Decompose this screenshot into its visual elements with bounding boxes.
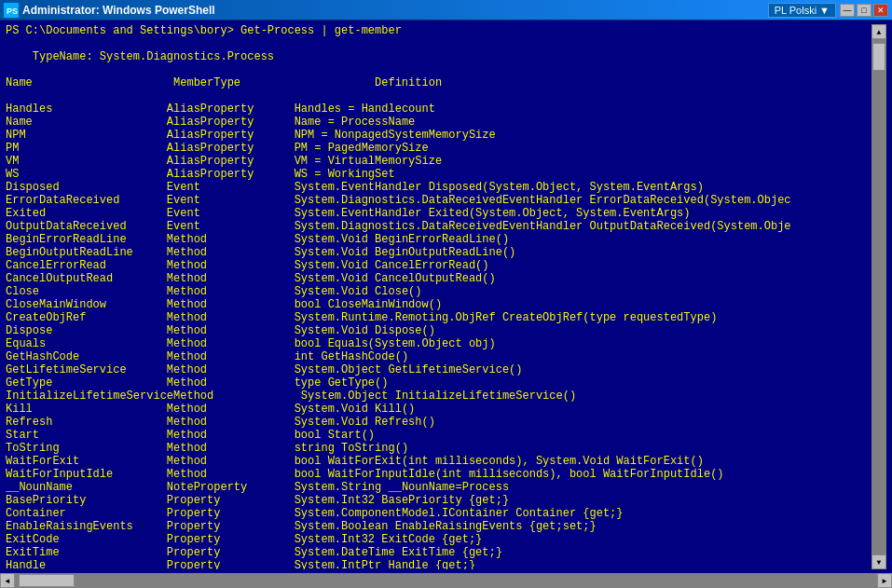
language-selector[interactable]: PL Polski ▼ — [768, 3, 836, 18]
scroll-track-h[interactable] — [15, 573, 877, 588]
maximize-button[interactable]: □ — [857, 4, 871, 17]
close-button[interactable]: ✕ — [873, 4, 888, 17]
title-bar-right: PL Polski ▼ — □ ✕ — [768, 3, 888, 18]
scroll-thumb-h[interactable] — [19, 574, 75, 587]
chevron-down-icon: ▼ — [819, 5, 830, 16]
console-window: PS C:\Documents and Settings\bory> Get-P… — [0, 21, 892, 588]
minimize-button[interactable]: — — [840, 4, 855, 17]
horizontal-scrollbar[interactable]: ◄ ► — [0, 573, 892, 588]
svg-text:PS: PS — [7, 7, 18, 16]
console-text: PS C:\Documents and Settings\bory> Get-P… — [6, 24, 871, 569]
scroll-thumb[interactable] — [872, 43, 885, 71]
language-label: PL Polski — [775, 5, 817, 16]
title-bar-left: PS Administrator: Windows PowerShell — [4, 3, 215, 18]
scroll-left-button[interactable]: ◄ — [0, 573, 15, 588]
title-bar: PS Administrator: Windows PowerShell PL … — [0, 0, 892, 21]
window-title: Administrator: Windows PowerShell — [22, 4, 215, 17]
powershell-icon: PS — [4, 3, 19, 18]
vertical-scrollbar[interactable]: ▲ ▼ — [871, 24, 886, 569]
window-controls: — □ ✕ — [840, 4, 888, 17]
scroll-up-button[interactable]: ▲ — [871, 24, 886, 39]
console-area[interactable]: PS C:\Documents and Settings\bory> Get-P… — [0, 21, 892, 573]
scroll-down-button[interactable]: ▼ — [871, 554, 886, 569]
scroll-right-button[interactable]: ► — [877, 573, 892, 588]
scroll-track[interactable] — [871, 39, 886, 554]
